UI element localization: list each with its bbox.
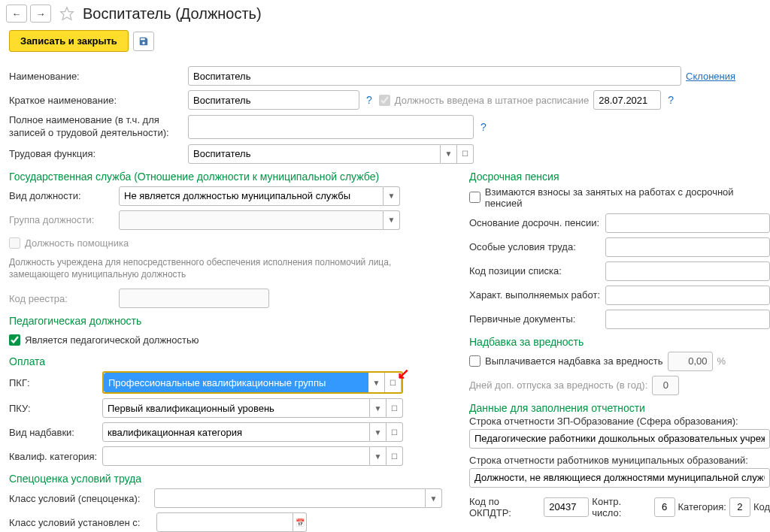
qual-label: Квалиф. категория:: [9, 451, 98, 462]
sout-class-input[interactable]: [154, 488, 426, 508]
pension-code-label: Код позиции списка:: [469, 265, 601, 277]
category-label: Категория:: [678, 501, 726, 512]
job-type-label: Вид должности:: [9, 190, 114, 201]
pkg-label: ПКГ:: [9, 377, 98, 388]
save-close-button[interactable]: Записать и закрыть: [9, 30, 129, 52]
job-type-input[interactable]: [119, 186, 383, 206]
hazard-section-title: Надбавка за вредность: [469, 331, 770, 349]
job-func-input[interactable]: [188, 144, 441, 164]
dropdown-button[interactable]: ▼: [383, 186, 400, 206]
hazard-days-label: Дней доп. отпуска за вредность (в год):: [469, 379, 647, 391]
sout-date-label: Класс условий установлен с:: [9, 517, 152, 528]
short-name-input[interactable]: [188, 90, 359, 110]
page-title: Воспитатель (Должность): [83, 5, 262, 23]
dropdown-button[interactable]: ▼: [368, 373, 385, 392]
pension-docs-input[interactable]: [605, 310, 770, 329]
calendar-icon[interactable]: 📅: [293, 512, 307, 532]
nav-back-button[interactable]: ←: [6, 5, 27, 23]
gov-section-title: Государственная служба (Отношение должно…: [0, 166, 451, 184]
in-staff-date-input[interactable]: [593, 90, 661, 110]
pension-docs-label: Первичные документы:: [469, 313, 601, 325]
pay-section-title: Оплата: [0, 351, 451, 369]
dropdown-button: ▼: [383, 210, 400, 230]
hazard-paid-checkbox[interactable]: [469, 355, 480, 367]
dropdown-button[interactable]: ▼: [370, 398, 387, 418]
full-name-input[interactable]: [188, 115, 474, 139]
category-input[interactable]: [729, 497, 750, 517]
help-icon[interactable]: ?: [364, 94, 374, 106]
helper-label: Должность помощника: [25, 237, 129, 249]
qual-input[interactable]: [102, 446, 370, 466]
declensions-link[interactable]: Склонения: [686, 71, 735, 82]
arrow-left-icon: ←: [12, 8, 22, 20]
check-label: Контр. число:: [592, 496, 650, 518]
name-input[interactable]: [188, 66, 681, 86]
is-ped-checkbox[interactable]: [9, 334, 20, 346]
pension-code-input[interactable]: [605, 261, 770, 281]
pension-levied-label: Взимаются взносы за занятых на работах с…: [485, 186, 770, 209]
report-mun-input[interactable]: [469, 468, 770, 488]
registry-input: [119, 289, 269, 308]
kod-label: Код: [753, 501, 770, 512]
pension-nature-label: Характ. выполняемых работ:: [469, 289, 601, 301]
okpdtr-input[interactable]: [544, 497, 589, 517]
pension-basis-input[interactable]: [605, 213, 770, 233]
pension-nature-input[interactable]: [605, 286, 770, 305]
nav-forward-button[interactable]: →: [30, 5, 51, 23]
open-button[interactable]: ☐: [385, 373, 402, 392]
helper-description: Должность учреждена для непосредственног…: [0, 255, 451, 282]
svg-marker-0: [61, 8, 74, 20]
sout-section-title: Спецоценка условий труда: [0, 468, 451, 486]
helper-checkbox: [9, 237, 20, 249]
name-label: Наименование:: [9, 71, 183, 82]
pension-cond-label: Особые условия труда:: [469, 241, 601, 252]
star-icon[interactable]: [59, 5, 75, 22]
addon-label: Вид надбавки:: [9, 427, 98, 438]
hazard-days-input: [652, 376, 679, 395]
short-name-label: Краткое наименование:: [9, 95, 183, 106]
report-edu-label: Строка отчетности ЗП-Образование (Сфера …: [469, 416, 770, 427]
in-staff-label: Должность введена в штатное расписание: [395, 95, 589, 106]
pension-levied-checkbox[interactable]: [469, 192, 480, 203]
registry-label: Код реестра:: [9, 293, 114, 304]
dropdown-button[interactable]: ▼: [441, 144, 457, 164]
open-button[interactable]: ☐: [387, 446, 403, 466]
open-button[interactable]: ☐: [387, 398, 403, 418]
report-edu-input[interactable]: [469, 429, 770, 449]
pkg-input[interactable]: [104, 373, 368, 392]
full-name-label: Полное наименование (в т.ч. для записей …: [9, 114, 183, 140]
job-group-input: [119, 210, 383, 230]
job-func-label: Трудовая функция:: [9, 148, 183, 159]
help-icon[interactable]: ?: [478, 121, 489, 133]
open-button[interactable]: ☐: [457, 144, 474, 164]
check-input[interactable]: [654, 497, 675, 517]
arrow-right-icon: →: [36, 8, 46, 20]
sout-class-label: Класс условий (спецоценка):: [9, 493, 150, 504]
dropdown-button[interactable]: ▼: [370, 422, 387, 442]
ped-section-title: Педагогическая должность: [0, 310, 451, 328]
hazard-paid-label: Выплачивается надбавка за вредность: [485, 355, 663, 367]
pension-section-title: Досрочная пенсия: [469, 166, 770, 184]
in-staff-checkbox: [379, 95, 390, 106]
open-button[interactable]: ☐: [387, 422, 403, 442]
is-ped-label: Является педагогической должностью: [25, 334, 199, 346]
pension-basis-label: Основание досрочн. пенсии:: [469, 217, 601, 228]
report-mun-label: Строка отчетности работников муниципальн…: [469, 455, 770, 466]
dropdown-button[interactable]: ▼: [370, 446, 387, 466]
pku-input[interactable]: [102, 398, 370, 418]
report-section-title: Данные для заполнения отчетности: [469, 397, 770, 416]
addon-input[interactable]: [102, 422, 370, 442]
percent-label: %: [717, 355, 726, 367]
okpdtr-label: Код по ОКПДТР:: [469, 496, 541, 518]
save-button[interactable]: [133, 32, 154, 51]
help-icon[interactable]: ?: [665, 94, 676, 106]
pension-cond-input[interactable]: [605, 237, 770, 257]
sout-date-input[interactable]: [156, 512, 293, 532]
pku-label: ПКУ:: [9, 403, 98, 414]
hazard-amount-input: [668, 352, 713, 371]
dropdown-button[interactable]: ▼: [426, 488, 442, 508]
job-group-label: Группа должности:: [9, 214, 114, 225]
